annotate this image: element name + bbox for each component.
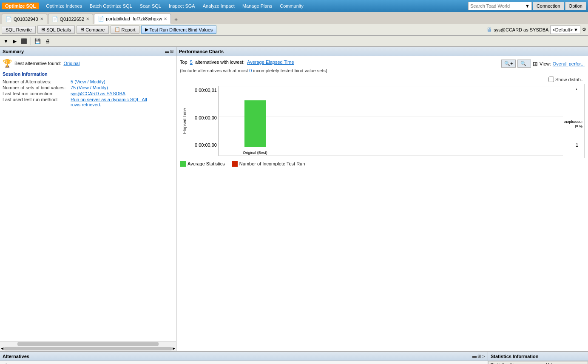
view-label: View: — [540, 61, 551, 66]
toolbar-run-btn[interactable]: ▶ — [11, 37, 18, 45]
toolbar-print-btn[interactable]: 🖨 — [43, 37, 52, 45]
chart-content: Top 5 alternatives with lowest: Average … — [176, 56, 588, 351]
bar-original-green — [244, 100, 266, 147]
menu-manage-plans[interactable]: Manage Plans — [239, 3, 276, 9]
alt-maximize-btn[interactable]: ⊞ — [477, 354, 481, 358]
info-row-connection: Last test run connection: sys@CCARD as S… — [3, 91, 173, 96]
original-link[interactable]: Original — [63, 61, 80, 66]
test-run-button[interactable]: ▶ Test Run Different Bind Values — [141, 26, 217, 34]
alt-expand-right-btn[interactable]: ▷ — [482, 354, 485, 358]
chart-panel: Performance Charts Top 5 alternatives wi… — [176, 47, 588, 351]
icon-toolbar: ▼ ▶ ⬛ 💾 🖨 — [0, 36, 588, 47]
metric-link[interactable]: Average Elapsed Time — [247, 60, 294, 65]
y-axis-values: 0:00:00,01 0:00:00,00 0:00:00,00 — [189, 86, 219, 156]
include-prefix: (Include alternatives with at most — [180, 68, 248, 73]
test-run-icon: ▶ — [145, 27, 148, 32]
summary-panel-header: Summary ▬ ⊞ — [0, 47, 176, 56]
settings-icon[interactable]: ⚙ — [582, 27, 586, 32]
statistics-panel: Statistics Information Statistics Name V… — [488, 352, 588, 364]
info-label-bind-values: Number of sets of bind values: — [3, 85, 71, 90]
sql-details-button[interactable]: ⊞ SQL Details — [37, 26, 75, 34]
tab-bar: 📄 Q01032940 ✕ 📄 Q01022652 ✕ 📄 portabilid… — [0, 12, 588, 24]
tab-label-q3: portabilidad_fuf7zk8jxhpxw — [106, 16, 162, 21]
stats-col-value[interactable]: Value — [544, 361, 588, 364]
tab-icon-q2: 📄 — [52, 16, 58, 22]
summary-header-controls: ▬ ⊞ — [165, 49, 173, 54]
info-value-alternatives[interactable]: 5 (View / Modify) — [71, 79, 105, 84]
show-distrib-checkbox[interactable] — [548, 77, 554, 82]
connection-label: sys@CCARD as SYSDBA — [494, 27, 548, 32]
legend-color-red — [232, 161, 238, 167]
tab-portabilidad[interactable]: 📄 portabilidad_fuf7zk8jxhpxw ✕ — [94, 14, 171, 24]
chart-legend: Average Statistics Number of Incomplete … — [180, 161, 585, 167]
summary-scroll[interactable]: 🏆 Best alternative found: Original Sessi… — [0, 56, 176, 341]
legend-avg-stats: Average Statistics — [180, 161, 225, 167]
session-info-title: Session Information — [3, 71, 173, 77]
profile-chevron-icon: ▼ — [574, 27, 578, 32]
info-value-method[interactable]: Run on server as a dynamic SQL. All rows… — [71, 97, 151, 107]
alt-minimize-btn[interactable]: ▬ — [472, 354, 477, 358]
grid-icon: ⊞ — [41, 27, 45, 32]
test-run-label: Test Run Different Bind Values — [150, 27, 213, 32]
info-row-bind-values: Number of sets of bind values: 75 (View … — [3, 85, 173, 90]
view-link[interactable]: Overall perfor... — [553, 61, 585, 66]
tab-q01032940[interactable]: 📄 Q01032940 ✕ — [2, 14, 47, 24]
stats-table-container[interactable]: Statistics Name Value ▼ Client Statistic… — [488, 361, 588, 364]
trophy-icon: 🏆 — [3, 59, 12, 68]
bottom-panel: Alternatives ▬ ⊞ ▷ ➕ ⊟ Scenario Name — [0, 351, 588, 364]
zoom-in-btn[interactable]: 🔍+ — [501, 60, 516, 68]
scroll-right-btn[interactable]: ▶ — [173, 347, 175, 351]
info-row-method: Last used test run method: Run on server… — [3, 97, 173, 107]
menu-community[interactable]: Community — [276, 3, 307, 9]
chart-compare-icon: ⊞ — [533, 60, 538, 67]
chart-area: Elapsed Time 0:00:00,01 0:00:00,00 0:00:… — [180, 84, 585, 158]
include-num[interactable]: 0 — [249, 68, 252, 73]
menu-inspect-sga[interactable]: Inspect SGA — [165, 3, 199, 9]
sql-rewrite-button[interactable]: SQL Rewrite — [2, 26, 36, 34]
toolbar-dropdown-btn[interactable]: ▼ — [2, 37, 10, 45]
info-value-connection[interactable]: sys@CCARD as SYSDBA — [71, 91, 125, 96]
new-tab-button[interactable]: + — [172, 15, 180, 24]
tab-icon-q3: 📄 — [98, 16, 104, 22]
menu-analyze-impact[interactable]: Analyze Impact — [199, 3, 238, 9]
tab-close-q1[interactable]: ✕ — [40, 17, 43, 21]
secondary-toolbar: SQL Rewrite ⊞ SQL Details ⊟ Compare 📋 Re… — [0, 24, 588, 36]
info-label-connection: Last test run connection: — [3, 91, 71, 96]
toolbar-stop-btn[interactable]: ⬛ — [19, 37, 29, 45]
compare-button[interactable]: ⊟ Compare — [77, 26, 108, 34]
tab-close-q3[interactable]: ✕ — [164, 17, 167, 21]
search-dropdown-icon[interactable]: ▼ — [525, 3, 530, 9]
menu-optimize-indexes[interactable]: Optimize Indexes — [43, 3, 85, 9]
grid-line-3 — [219, 147, 563, 147]
option-button[interactable]: Option — [565, 2, 586, 10]
search-box[interactable]: ▼ — [468, 2, 532, 10]
search-input[interactable] — [470, 3, 525, 9]
chart-options-row: Top 5 alternatives with lowest: Average … — [180, 60, 327, 65]
summary-content: 🏆 Best alternative found: Original Sessi… — [0, 56, 176, 111]
alt-toolbar: ➕ ⊟ — [0, 361, 488, 364]
stats-col-name[interactable]: Statistics Name — [489, 361, 544, 364]
report-icon: 📋 — [114, 27, 120, 32]
sql-rewrite-label: SQL Rewrite — [6, 27, 32, 32]
right-axis: % of Incomplete — [563, 86, 576, 156]
top-num[interactable]: 5 — [190, 60, 193, 65]
tab-close-q2[interactable]: ✕ — [86, 17, 89, 21]
alt-panel-header: Alternatives ▬ ⊞ ▷ — [0, 352, 488, 361]
zoom-out-btn[interactable]: 🔍- — [517, 60, 531, 68]
menu-scan-sql[interactable]: Scan SQL — [136, 3, 165, 9]
scroll-left-btn[interactable]: ◀ — [1, 347, 3, 351]
summary-minimize-btn[interactable]: ▬ — [165, 49, 169, 54]
menu-batch-optimize[interactable]: Batch Optimize SQL — [86, 3, 136, 9]
toolbar-save-btn[interactable]: 💾 — [33, 37, 43, 45]
info-label-method: Last used test run method: — [3, 97, 71, 102]
summary-scrollbar[interactable] — [0, 341, 176, 346]
profile-dropdown[interactable]: <Default> ▼ — [550, 26, 580, 34]
info-value-bind-values[interactable]: 75 (View / Modify) — [71, 85, 108, 90]
y-val-3: 0:00:00,00 — [189, 142, 217, 148]
summary-maximize-btn[interactable]: ⊞ — [170, 49, 173, 54]
connection-button[interactable]: Connection — [533, 2, 564, 10]
tab-label-q1: Q01032940 — [14, 17, 38, 22]
report-button[interactable]: 📋 Report — [111, 26, 139, 34]
summary-hscroll[interactable]: ◀ ▶ — [0, 346, 176, 351]
tab-q01022652[interactable]: 📄 Q01022652 ✕ — [48, 14, 94, 24]
